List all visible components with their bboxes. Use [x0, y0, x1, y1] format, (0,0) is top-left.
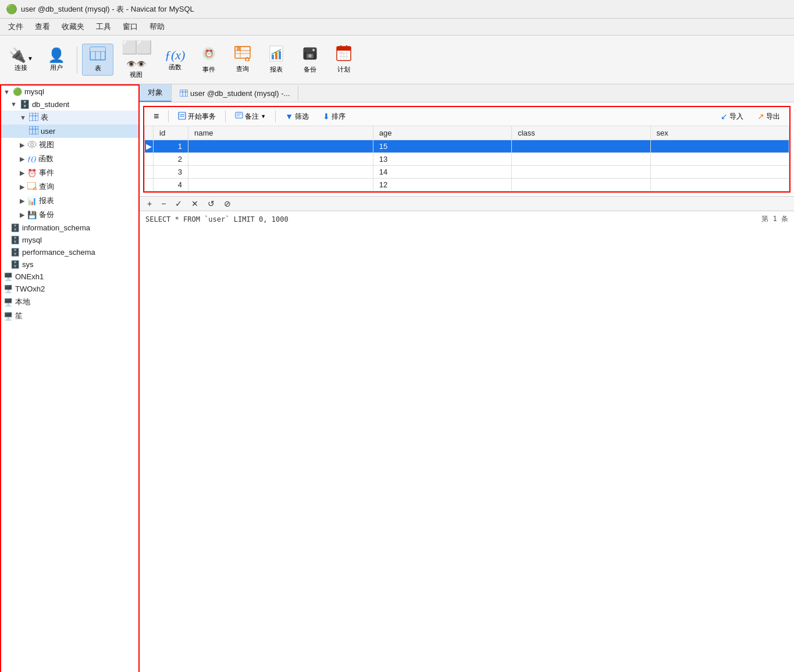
begin-transaction-button[interactable]: 开始事务	[173, 110, 220, 123]
sidebar-item-events[interactable]: ▶ ⏰ 事件	[0, 166, 139, 180]
toolbar-function-button[interactable]: ƒ(x) 函数	[159, 45, 191, 74]
event-icon: ⏰	[201, 45, 217, 65]
toolbar-table-button[interactable]: 表	[82, 44, 113, 76]
header-age[interactable]: age	[373, 126, 511, 140]
table-row[interactable]: ▶115	[145, 140, 789, 153]
sys-icon: 🗄️	[10, 260, 20, 269]
tab-user-table[interactable]: user @db_student (mysql) -...	[172, 86, 298, 101]
cell-sex[interactable]	[650, 153, 789, 166]
mysql-db-icon: 🗄️	[10, 236, 20, 244]
header-sex[interactable]: sex	[650, 126, 789, 140]
cell-id[interactable]: 3	[154, 166, 188, 179]
menu-icon-button[interactable]: ≡	[149, 109, 163, 123]
table-row[interactable]: 412	[145, 179, 789, 191]
comment-button[interactable]: 备注 ▼	[230, 110, 270, 123]
backups-caret: ▶	[20, 211, 24, 219]
sidebar-item-twoxh2[interactable]: 🖥️ TWOxh2	[0, 283, 139, 295]
sidebar-item-mysql-db[interactable]: 🗄️ mysql	[0, 234, 139, 246]
sidebar-item-empty[interactable]: 🖥️ 笙	[0, 309, 139, 323]
sidebar-item-information-schema[interactable]: 🗄️ information_schema	[0, 222, 139, 234]
header-id[interactable]: id	[154, 126, 188, 140]
header-name[interactable]: name	[188, 126, 373, 140]
stop-button[interactable]: ⊘	[221, 198, 234, 209]
begin-transaction-label: 开始事务	[188, 112, 216, 122]
sort-icon: ⬇	[323, 112, 330, 121]
svg-rect-4	[90, 47, 105, 51]
filter-button[interactable]: ▼ 筛选	[280, 110, 314, 123]
sidebar-item-db_student[interactable]: ▼ 🗄️ db_student	[0, 98, 139, 111]
cell-class[interactable]	[512, 166, 650, 179]
import-button[interactable]: ↙ 导入	[716, 110, 748, 123]
cell-name[interactable]	[188, 140, 373, 153]
toolbar-backup-button[interactable]: 备份	[294, 43, 326, 76]
view-icon: ⬜⬜👁️👁️	[122, 40, 151, 70]
sidebar-item-sys[interactable]: 🗄️ sys	[0, 258, 139, 271]
toolbar-user-button[interactable]: 👤 用户	[41, 45, 72, 74]
cell-class[interactable]	[512, 153, 650, 166]
backup-label: 备份	[304, 65, 316, 74]
cell-sex[interactable]	[650, 140, 789, 153]
table-row[interactable]: 213	[145, 153, 789, 166]
tab-object[interactable]: 对象	[140, 84, 172, 102]
cell-age[interactable]: 14	[373, 166, 511, 179]
sidebar-item-reports[interactable]: ▶ 📊 报表	[0, 194, 139, 208]
sys-label: sys	[22, 260, 34, 269]
toolbar-event-button[interactable]: ⏰ 事件	[193, 43, 225, 76]
sidebar-item-backups[interactable]: ▶ 💾 备份	[0, 208, 139, 222]
refresh-button[interactable]: ↺	[205, 198, 218, 209]
connect-dropdown-arrow[interactable]: ▼	[27, 55, 33, 62]
sidebar-item-queries[interactable]: ▶ 查询	[0, 180, 139, 194]
cell-id[interactable]: 2	[154, 153, 188, 166]
row-arrow: ▶	[145, 140, 154, 153]
menu-view[interactable]: 查看	[29, 20, 56, 34]
sidebar-item-mysql[interactable]: ▼ 🟢 mysql	[0, 86, 139, 98]
toolbar-connect-button[interactable]: 🔌 ▼ 连接	[3, 45, 38, 74]
svg-rect-53	[179, 112, 186, 119]
sidebar-item-views[interactable]: ▶ 视图	[0, 138, 139, 152]
svg-rect-56	[236, 112, 243, 118]
cell-name[interactable]	[188, 153, 373, 166]
menu-favorites[interactable]: 收藏夹	[56, 20, 90, 34]
cell-name[interactable]	[188, 166, 373, 179]
toolbar-view-button[interactable]: ⬜⬜👁️👁️ 视图	[116, 38, 156, 81]
header-class[interactable]: class	[512, 126, 650, 140]
sidebar-item-onexh1[interactable]: 🖥️ ONExh1	[0, 271, 139, 283]
cell-id[interactable]: 1	[154, 140, 188, 153]
cell-sex[interactable]	[650, 179, 789, 191]
cell-age[interactable]: 13	[373, 153, 511, 166]
menu-window[interactable]: 窗口	[117, 20, 144, 34]
svg-point-22	[312, 49, 315, 51]
sidebar-item-tables[interactable]: ▼ 表	[0, 111, 139, 125]
sidebar-item-user-table[interactable]: user	[0, 125, 139, 138]
reports-label: 报表	[39, 195, 54, 206]
confirm-button[interactable]: ✓	[172, 198, 185, 209]
menu-tools[interactable]: 工具	[90, 20, 117, 34]
toolbar-query-button[interactable]: 查询	[227, 44, 258, 76]
sidebar-item-local[interactable]: 🖥️ 本地	[0, 295, 139, 309]
toolbar-plan-button[interactable]: 计划	[328, 43, 359, 76]
sql-bar: SELECT * FROM `user` LIMIT 0, 1000 第 1 条	[140, 211, 794, 227]
comment-arrow: ▼	[261, 113, 266, 119]
sidebar-item-functions[interactable]: ▶ ƒ() 函数	[0, 152, 139, 166]
cell-name[interactable]	[188, 179, 373, 191]
delete-row-button[interactable]: −	[158, 198, 169, 209]
menu-file[interactable]: 文件	[2, 20, 29, 34]
cancel-button[interactable]: ✕	[188, 198, 201, 209]
toolbar-report-button[interactable]: 报表	[261, 43, 292, 76]
export-icon: ↗	[757, 112, 764, 121]
tables-icon	[29, 113, 38, 123]
add-row-button[interactable]: +	[144, 198, 155, 209]
sidebar-item-performance-schema[interactable]: 🗄️ performance_schema	[0, 246, 139, 258]
cell-sex[interactable]	[650, 166, 789, 179]
cell-class[interactable]	[512, 179, 650, 191]
export-button[interactable]: ↗ 导出	[753, 110, 785, 123]
sort-button[interactable]: ⬇ 排序	[318, 110, 350, 123]
mysql-label: mysql	[24, 87, 44, 96]
table-row[interactable]: 314	[145, 166, 789, 179]
cell-age[interactable]: 15	[373, 140, 511, 153]
menu-help[interactable]: 帮助	[144, 20, 170, 34]
cell-class[interactable]	[512, 140, 650, 153]
db-icon: 🗄️	[20, 99, 30, 109]
cell-age[interactable]: 12	[373, 179, 511, 191]
cell-id[interactable]: 4	[154, 179, 188, 191]
